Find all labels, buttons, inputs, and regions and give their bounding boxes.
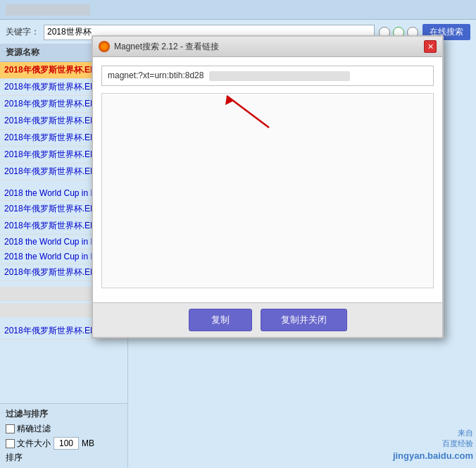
dialog-title-left: Magnet搜索 2.12 - 查看链接 bbox=[99, 41, 219, 53]
file-size-unit: MB bbox=[82, 438, 94, 448]
filter-section: 过滤与排序 精确过滤 文件大小 MB 排序 bbox=[0, 403, 127, 468]
watermark: 来自 百度经验 jingyan.baidu.com bbox=[393, 428, 473, 462]
dialog-footer: 复制 复制并关闭 bbox=[93, 302, 442, 337]
precise-filter-row: 精确过滤 bbox=[6, 423, 122, 435]
copy-button[interactable]: 复制 bbox=[189, 309, 252, 331]
main-window: 关键字： 在线搜索 结果数量： 22 资源名称 2018年俄罗斯世界杯.EP30… bbox=[0, 0, 476, 468]
file-size-label: 文件大小 bbox=[17, 438, 51, 450]
file-size-input[interactable] bbox=[54, 437, 79, 450]
watermark-site: jingyan.baidu.com bbox=[393, 450, 473, 462]
dialog-title-bar: Magnet搜索 2.12 - 查看链接 ✕ bbox=[93, 37, 442, 57]
watermark-line2: 来自 bbox=[393, 428, 473, 438]
file-size-checkbox-label[interactable]: 文件大小 bbox=[6, 438, 51, 450]
filter-title: 过滤与排序 bbox=[6, 408, 122, 420]
magnet-link-text: magnet:?xt=urn:btih:8d28 bbox=[108, 70, 203, 80]
title-bar-content bbox=[6, 4, 90, 16]
firefox-icon bbox=[99, 41, 110, 52]
precise-filter-label: 精确过滤 bbox=[17, 423, 51, 435]
file-size-row: 文件大小 MB bbox=[6, 437, 122, 450]
watermark-line1: 百度经验 bbox=[393, 438, 473, 449]
search-label: 关键字： bbox=[6, 26, 39, 38]
precise-filter-checkbox[interactable] bbox=[6, 424, 15, 433]
sort-row: 排序 bbox=[6, 452, 122, 464]
sort-label: 排序 bbox=[6, 452, 23, 464]
precise-filter-checkbox-label[interactable]: 精确过滤 bbox=[6, 423, 51, 435]
magnet-dialog: Magnet搜索 2.12 - 查看链接 ✕ magnet:?xt=urn:bt… bbox=[92, 35, 444, 338]
dialog-content-area bbox=[101, 93, 434, 288]
dialog-close-button[interactable]: ✕ bbox=[424, 40, 437, 53]
title-bar bbox=[0, 0, 476, 20]
dialog-title-text: Magnet搜索 2.12 - 查看链接 bbox=[114, 41, 219, 53]
magnet-link-display: magnet:?xt=urn:btih:8d28 bbox=[101, 66, 434, 86]
dialog-body: magnet:?xt=urn:btih:8d28 bbox=[93, 57, 442, 302]
file-size-checkbox[interactable] bbox=[6, 439, 15, 448]
copy-and-close-button[interactable]: 复制并关闭 bbox=[261, 309, 347, 331]
magnet-link-blurred bbox=[209, 71, 350, 81]
